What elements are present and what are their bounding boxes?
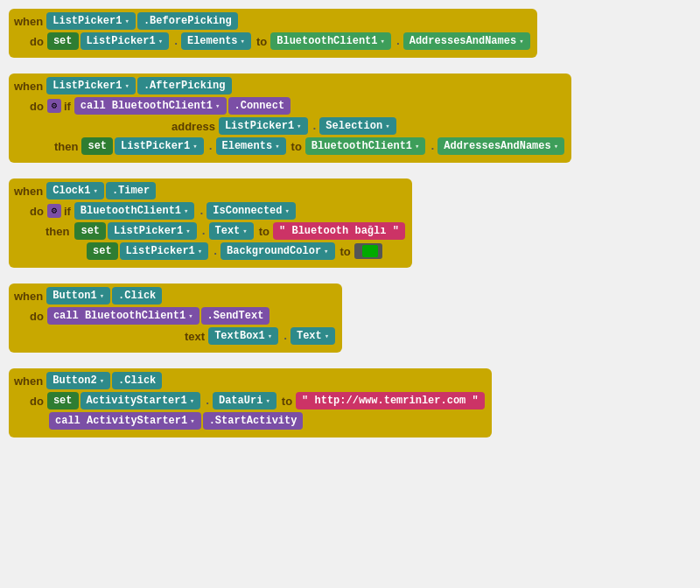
connect-method[interactable]: .Connect <box>228 97 291 115</box>
to-keyword-1: to <box>256 35 267 48</box>
click-event-2[interactable]: .Click <box>112 372 162 389</box>
addressesandnames-1[interactable]: AddressesAndNames ▾ <box>403 32 530 50</box>
click-event-1[interactable]: .Click <box>112 287 162 304</box>
isconnected-prop[interactable]: IsConnected ▾ <box>206 202 296 220</box>
listpicker1-target-1[interactable]: ListPicker1 ▾ <box>80 32 170 50</box>
bluetoothclient1-cond[interactable]: BluetoothClient1 ▾ <box>74 202 195 220</box>
when-keyword-4: when <box>14 290 43 303</box>
gear-icon-3[interactable]: ⚙ <box>47 204 61 218</box>
block-listpicker-afterpicking: when ListPicker1 ▾ .AfterPicking do ⚙ if… <box>9 74 571 163</box>
address-label: address <box>172 120 215 133</box>
textbox1-param[interactable]: TextBox1 ▾ <box>208 327 278 345</box>
startactivity-method[interactable]: .StartActivity <box>203 412 304 430</box>
then-keyword-3: then <box>46 225 69 238</box>
block-button1-click: when Button1 ▾ .Click do call BluetoothC… <box>9 284 342 353</box>
color-swatch-green[interactable] <box>362 245 378 257</box>
do-keyword-3: do <box>30 205 44 218</box>
button1-component[interactable]: Button1 ▾ <box>46 287 110 304</box>
to-keyword-3b: to <box>340 245 351 258</box>
selection-prop[interactable]: Selection ▾ <box>319 117 396 135</box>
activitystarter1-target[interactable]: ActivityStarter1 ▾ <box>80 392 201 410</box>
listpicker1-component-2[interactable]: ListPicker1 ▾ <box>46 77 136 94</box>
block-button2-click: when Button2 ▾ .Click do set ActivitySta… <box>9 368 492 438</box>
set-keyword-3a[interactable]: set <box>74 222 106 240</box>
elements-prop-2[interactable]: Elements ▾ <box>216 137 286 155</box>
timer-event[interactable]: .Timer <box>106 182 156 200</box>
listpicker1-target-3b[interactable]: ListPicker1 ▾ <box>120 242 209 260</box>
listpicker1-param[interactable]: ListPicker1 ▾ <box>219 117 308 135</box>
if-keyword-3: if <box>64 205 71 218</box>
bluetooth-bagli-string[interactable]: " Bluetooth bağlı " <box>273 222 405 240</box>
bgcolor-prop[interactable]: BackgroundColor ▾ <box>220 242 334 260</box>
when-keyword-1: when <box>14 15 43 28</box>
when-keyword-3: when <box>14 185 43 198</box>
do-keyword-2: do <box>30 100 44 113</box>
afterpicking-event[interactable]: .AfterPicking <box>137 77 232 94</box>
listpicker1-component-1[interactable]: ListPicker1 ▾ <box>46 12 136 30</box>
listpicker1-target-3[interactable]: ListPicker1 ▾ <box>108 222 197 240</box>
call-activitystarter[interactable]: call ActivityStarter1 ▾ <box>49 412 201 430</box>
text-prop-3[interactable]: Text ▾ <box>209 222 254 240</box>
text-prop-4[interactable]: Text ▾ <box>290 327 335 345</box>
set-keyword-2[interactable]: set <box>81 137 113 155</box>
to-keyword-5: to <box>282 395 292 408</box>
set-keyword-5[interactable]: set <box>47 392 79 410</box>
url-string[interactable]: " http://www.temrinler.com " <box>296 392 485 410</box>
block-listpicker-beforepicking: when ListPicker1 ▾ .BeforePicking do set… <box>9 9 537 58</box>
set-keyword-1[interactable]: set <box>47 32 79 50</box>
do-keyword-4: do <box>30 310 44 323</box>
clock1-component[interactable]: Clock1 ▾ <box>46 182 104 200</box>
dot-2: . <box>395 35 402 48</box>
block-clock-timer: when Clock1 ▾ .Timer do ⚙ if BluetoothCl… <box>9 178 412 268</box>
call-bt-connect[interactable]: call BluetoothClient1 ▾ <box>74 97 227 115</box>
beforepicking-event[interactable]: .BeforePicking <box>137 12 238 30</box>
set-keyword-3b[interactable]: set <box>87 242 118 260</box>
sendtext-method[interactable]: .SendText <box>201 307 270 325</box>
then-keyword-2: then <box>54 140 78 153</box>
do-keyword-5a: do <box>30 395 44 408</box>
button2-component[interactable]: Button2 ▾ <box>46 372 110 389</box>
datauri-prop[interactable]: DataUri ▾ <box>213 392 276 410</box>
text-label-4: text <box>185 330 205 343</box>
listpicker1-target-2[interactable]: ListPicker1 ▾ <box>115 137 204 155</box>
to-keyword-2: to <box>291 140 302 153</box>
bluetoothclient1-source-1[interactable]: BluetoothClient1 ▾ <box>270 32 391 50</box>
bluetoothclient1-source-2[interactable]: BluetoothClient1 ▾ <box>305 137 426 155</box>
to-keyword-3a: to <box>259 225 270 238</box>
addressesandnames-2[interactable]: AddressesAndNames ▾ <box>438 137 564 155</box>
gear-icon-2[interactable]: ⚙ <box>47 99 61 113</box>
when-keyword-2: when <box>14 80 43 93</box>
call-bt-sendtext[interactable]: call BluetoothClient1 ▾ <box>47 307 200 325</box>
elements-prop-1[interactable]: Elements ▾ <box>181 32 251 50</box>
when-keyword-5: when <box>14 374 43 388</box>
dot-1: . <box>172 35 179 48</box>
do-keyword-1: do <box>30 35 44 48</box>
if-keyword-2: if <box>64 100 71 113</box>
